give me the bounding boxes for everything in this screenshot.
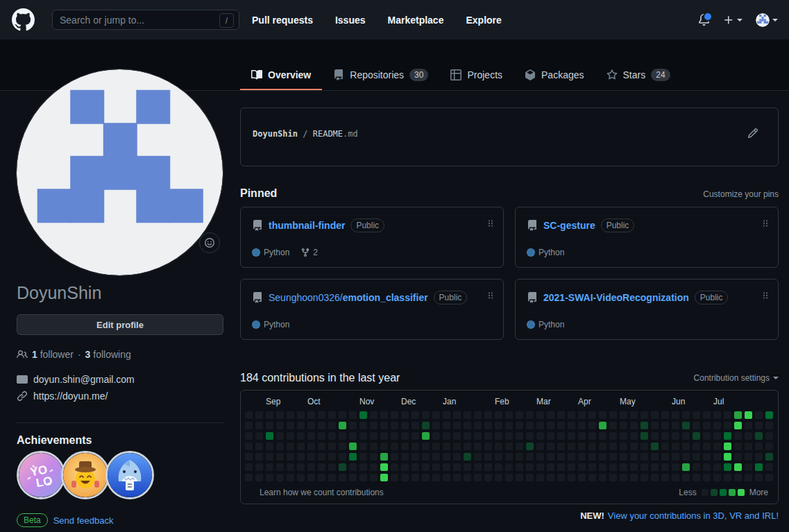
contribution-day-cell[interactable] — [724, 453, 731, 461]
contribution-day-cell[interactable] — [620, 474, 627, 481]
contribution-day-cell[interactable] — [745, 474, 752, 481]
contribution-day-cell[interactable] — [453, 474, 461, 481]
contribution-day-cell[interactable] — [359, 422, 367, 429]
contribution-day-cell[interactable] — [453, 432, 461, 440]
user-menu[interactable] — [756, 13, 778, 27]
contribution-day-cell[interactable] — [422, 432, 430, 440]
contribution-day-cell[interactable] — [401, 474, 409, 481]
contribution-day-cell[interactable] — [703, 453, 711, 461]
contribution-day-cell[interactable] — [443, 411, 450, 419]
nav-link-pull-requests[interactable]: Pull requests — [252, 15, 313, 26]
contribution-day-cell[interactable] — [661, 474, 669, 481]
contribution-day-cell[interactable] — [547, 443, 554, 450]
contribution-day-cell[interactable] — [651, 443, 659, 450]
send-feedback-link[interactable]: Send feedback — [53, 515, 114, 526]
contribution-day-cell[interactable] — [297, 411, 305, 419]
contribution-day-cell[interactable] — [266, 463, 273, 471]
nav-link-issues[interactable]: Issues — [335, 15, 366, 26]
contribution-day-cell[interactable] — [588, 432, 596, 440]
contribution-day-cell[interactable] — [245, 411, 253, 419]
contribution-day-cell[interactable] — [422, 463, 430, 471]
contribution-day-cell[interactable] — [568, 453, 575, 461]
contribution-day-cell[interactable] — [755, 474, 763, 481]
contribution-day-cell[interactable] — [755, 411, 763, 419]
contribution-day-cell[interactable] — [495, 474, 502, 481]
contribution-day-cell[interactable] — [609, 432, 617, 440]
contribution-day-cell[interactable] — [765, 422, 773, 429]
contribution-day-cell[interactable] — [724, 443, 731, 450]
contribution-day-cell[interactable] — [734, 474, 742, 481]
contribution-day-cell[interactable] — [412, 422, 419, 429]
contribution-day-cell[interactable] — [651, 463, 659, 471]
contribution-day-cell[interactable] — [266, 474, 273, 481]
contribution-day-cell[interactable] — [640, 474, 648, 481]
contribution-day-cell[interactable] — [505, 463, 513, 471]
contribution-day-cell[interactable] — [682, 422, 690, 429]
search-input[interactable] — [53, 15, 239, 26]
contribution-day-cell[interactable] — [339, 411, 346, 419]
learn-contributions-link[interactable]: Learn how we count contributions — [260, 488, 384, 497]
drag-handle-icon[interactable] — [485, 218, 496, 229]
contribution-day-cell[interactable] — [724, 432, 731, 440]
contribution-day-cell[interactable] — [432, 443, 440, 450]
contribution-day-cell[interactable] — [307, 453, 315, 461]
contribution-day-cell[interactable] — [380, 443, 388, 450]
contribution-day-cell[interactable] — [287, 443, 294, 450]
contribution-day-cell[interactable] — [484, 443, 492, 450]
contribution-day-cell[interactable] — [630, 463, 638, 471]
contribution-day-cell[interactable] — [661, 422, 669, 429]
contribution-day-cell[interactable] — [339, 432, 346, 440]
contribution-day-cell[interactable] — [484, 411, 492, 419]
contribution-day-cell[interactable] — [557, 422, 565, 429]
customize-pins-link[interactable]: Customize your pins — [703, 189, 779, 199]
contribution-day-cell[interactable] — [620, 432, 627, 440]
contribution-day-cell[interactable] — [359, 453, 367, 461]
contribution-settings-dropdown[interactable]: Contribution settings — [694, 373, 779, 383]
website-link[interactable]: https://doyun.me/ — [33, 391, 108, 402]
contribution-day-cell[interactable] — [495, 453, 502, 461]
contribution-day-cell[interactable] — [588, 463, 596, 471]
contribution-day-cell[interactable] — [287, 474, 294, 481]
contribution-day-cell[interactable] — [318, 443, 325, 450]
contribution-day-cell[interactable] — [370, 453, 377, 461]
contribution-day-cell[interactable] — [412, 453, 419, 461]
contribution-day-cell[interactable] — [526, 422, 534, 429]
drag-handle-icon[interactable] — [760, 290, 771, 301]
achievement-badge-yolo[interactable]: YOLO — [17, 451, 65, 499]
contribution-day-cell[interactable] — [349, 422, 357, 429]
contribution-day-cell[interactable] — [328, 463, 336, 471]
contribution-day-cell[interactable] — [297, 443, 305, 450]
contribution-day-cell[interactable] — [536, 474, 544, 481]
contribution-day-cell[interactable] — [578, 474, 586, 481]
contribution-day-cell[interactable] — [609, 443, 617, 450]
contribution-day-cell[interactable] — [651, 432, 659, 440]
contribution-day-cell[interactable] — [557, 453, 565, 461]
contribution-day-cell[interactable] — [391, 443, 398, 450]
contribution-day-cell[interactable] — [307, 474, 315, 481]
contribution-day-cell[interactable] — [349, 411, 357, 419]
contribution-day-cell[interactable] — [620, 463, 627, 471]
contribution-day-cell[interactable] — [765, 463, 773, 471]
contribution-day-cell[interactable] — [464, 411, 471, 419]
contribution-day-cell[interactable] — [370, 432, 377, 440]
contribution-day-cell[interactable] — [724, 474, 731, 481]
contribution-day-cell[interactable] — [755, 432, 763, 440]
contribution-day-cell[interactable] — [651, 474, 659, 481]
contribution-day-cell[interactable] — [391, 474, 398, 481]
tab-projects[interactable]: Projects — [439, 62, 514, 90]
contribution-day-cell[interactable] — [578, 463, 586, 471]
contribution-day-cell[interactable] — [765, 432, 773, 440]
repo-link[interactable]: 2021-SWAI-VideoRecognization — [543, 292, 689, 303]
contribution-day-cell[interactable] — [505, 422, 513, 429]
contribution-day-cell[interactable] — [588, 474, 596, 481]
contribution-day-cell[interactable] — [505, 411, 513, 419]
achievement-badge-quickdraw[interactable] — [61, 451, 110, 499]
contribution-day-cell[interactable] — [443, 463, 450, 471]
contribution-day-cell[interactable] — [724, 463, 731, 471]
contribution-day-cell[interactable] — [318, 453, 325, 461]
contribution-day-cell[interactable] — [568, 474, 575, 481]
contribution-day-cell[interactable] — [297, 432, 305, 440]
contribution-day-cell[interactable] — [568, 432, 575, 440]
contribution-day-cell[interactable] — [599, 411, 606, 419]
contribution-day-cell[interactable] — [526, 432, 534, 440]
